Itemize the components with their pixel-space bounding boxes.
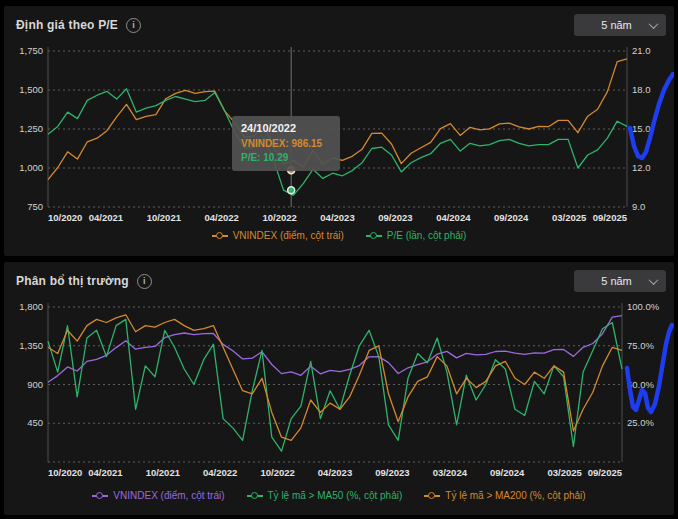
y-axis-right-label: 9.0	[632, 201, 645, 212]
x-axis-label: 09/2024	[494, 212, 529, 223]
y-axis-right-label: 75.0%	[627, 340, 654, 351]
legend-item-ma200[interactable]: Tỷ lệ mã > MA200 (%, cột phải)	[424, 490, 585, 501]
x-axis-label: 10/2021	[146, 467, 181, 478]
y-axis-right-label: 100.0%	[627, 301, 660, 312]
x-axis-label: 03/2025	[552, 212, 587, 223]
tooltip-date: 24/10/2022	[241, 122, 331, 134]
x-axis-label: 10/2020	[48, 212, 82, 223]
line-marker-icon	[247, 492, 263, 500]
chart-tooltip: 24/10/2022 VNINDEX: 986.15 P/E: 10.29	[232, 116, 340, 171]
x-axis-label: 10/2022	[260, 467, 294, 478]
x-axis-label: 09/2023	[378, 212, 412, 223]
pe-valuation-panel: Định giá theo P/E i 5 năm 7509.01,00012.…	[4, 6, 674, 256]
tooltip-row-vnindex: VNINDEX: 986.15	[241, 137, 331, 151]
x-axis-label: 10/2021	[147, 212, 182, 223]
x-axis-label: 09/2025	[593, 212, 628, 223]
x-axis-label: 04/2021	[89, 212, 124, 223]
y-axis-right-label: 15.0	[632, 123, 651, 134]
legend-item-vnindex[interactable]: VNINDEX (điểm, cột trái)	[92, 490, 224, 501]
y-axis-left-label: 1,350	[19, 340, 43, 351]
x-axis-label: 09/2025	[588, 467, 623, 478]
y-axis-right-label: 12.0	[632, 162, 651, 173]
y-axis-left-label: 900	[27, 379, 43, 390]
x-axis-label: 04/2023	[318, 467, 352, 478]
legend-label: VNINDEX (điểm, cột trái)	[113, 490, 224, 501]
crosshair-marker	[288, 187, 295, 194]
x-axis-label: 03/2025	[547, 467, 582, 478]
breadth-chart-canvas[interactable]: 45025.0%90050.0%1,35075.0%1,800100.0%10/…	[4, 262, 674, 515]
legend-label: VNINDEX (điểm, cột trái)	[233, 230, 344, 241]
y-axis-left-label: 450	[27, 417, 43, 428]
x-axis-label: 04/2024	[436, 212, 471, 223]
x-axis-label: 04/2023	[320, 212, 354, 223]
breadth-chart-legend: VNINDEX (điểm, cột trái) Tỷ lệ mã > MA50…	[4, 490, 674, 501]
tooltip-row-pe: P/E: 10.29	[241, 151, 331, 165]
line-marker-icon	[212, 232, 228, 240]
hand-drawn-annotation	[627, 325, 672, 412]
x-axis-label: 09/2023	[375, 467, 409, 478]
line-marker-icon	[366, 232, 382, 240]
dashboard-page: Định giá theo P/E i 5 năm 7509.01,00012.…	[0, 0, 678, 519]
x-axis-label: 10/2020	[48, 467, 82, 478]
legend-item-vnindex[interactable]: VNINDEX (điểm, cột trái)	[212, 230, 344, 241]
x-axis-label: 04/2022	[203, 467, 237, 478]
y-axis-left-label: 750	[27, 201, 43, 212]
market-breadth-panel: Phân bổ thị trường i 5 năm 45025.0%90050…	[4, 262, 674, 515]
pe-chart-legend: VNINDEX (điểm, cột trái) P/E (lần, cột p…	[4, 230, 674, 241]
y-axis-right-label: 21.0	[632, 45, 651, 56]
y-axis-left-label: 1,250	[19, 123, 43, 134]
line-marker-icon	[92, 492, 108, 500]
series-line-1	[48, 319, 622, 451]
y-axis-left-label: 1,800	[19, 301, 43, 312]
legend-item-ma50[interactable]: Tỷ lệ mã > MA50 (%, cột phải)	[247, 490, 403, 501]
legend-label: Tỷ lệ mã > MA50 (%, cột phải)	[268, 490, 403, 501]
x-axis-label: 09/2024	[490, 467, 525, 478]
y-axis-left-label: 1,750	[19, 45, 43, 56]
x-axis-label: 03/2024	[433, 467, 468, 478]
x-axis-label: 10/2022	[262, 212, 296, 223]
x-axis-label: 04/2021	[88, 467, 123, 478]
legend-item-pe[interactable]: P/E (lần, cột phải)	[366, 230, 466, 241]
x-axis-label: 04/2022	[205, 212, 239, 223]
legend-label: P/E (lần, cột phải)	[387, 230, 466, 241]
y-axis-left-label: 1,000	[19, 162, 43, 173]
series-line-2	[48, 315, 622, 441]
y-axis-left-label: 1,500	[19, 84, 43, 95]
line-marker-icon	[424, 492, 440, 500]
legend-label: Tỷ lệ mã > MA200 (%, cột phải)	[445, 490, 585, 501]
y-axis-right-label: 18.0	[632, 84, 651, 95]
y-axis-right-label: 25.0%	[627, 417, 654, 428]
